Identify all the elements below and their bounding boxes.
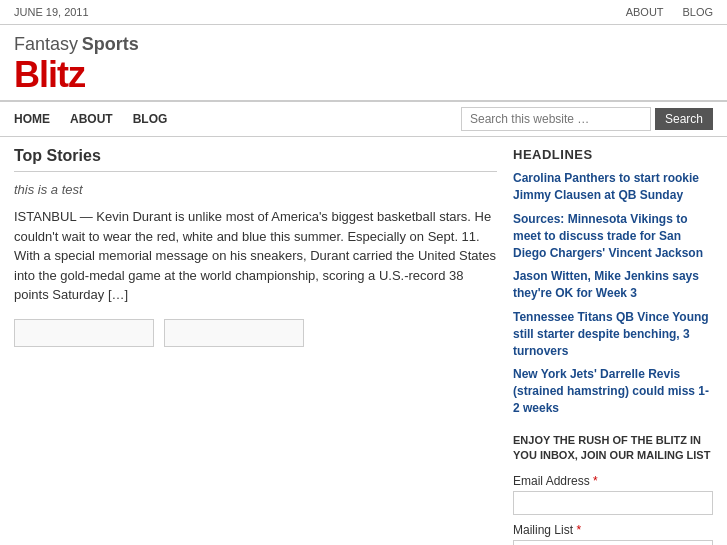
search-button[interactable]: Search (655, 108, 713, 130)
headline-link[interactable]: Carolina Panthers to start rookie Jimmy … (513, 170, 713, 204)
required-star-email: * (593, 474, 598, 488)
main-nav-links: HOME ABOUT BLOG (14, 104, 187, 134)
sidebar: HEADLINES Carolina Panthers to start roo… (513, 147, 713, 545)
headline-link[interactable]: New York Jets' Darrelle Revis (strained … (513, 366, 713, 416)
post-content: ISTANBUL — Kevin Durant is unlike most o… (14, 207, 497, 305)
mailing-list-promo: ENJOY THE RUSH OF THE BLITZ IN YOU INBOX… (513, 433, 713, 464)
top-bar: JUNE 19, 2011 ABOUT BLOG (0, 0, 727, 25)
top-nav-blog[interactable]: BLOG (682, 6, 713, 18)
top-nav: ABOUT BLOG (610, 6, 713, 18)
headline-link[interactable]: Jason Witten, Mike Jenkins says they're … (513, 268, 713, 302)
title-fantasy: Fantasy (14, 34, 78, 54)
post-test-label: this is a test (14, 182, 497, 197)
required-star-list: * (576, 523, 581, 537)
site-title: Fantasy Sports Blitz (14, 35, 713, 94)
post-nav-prev (14, 319, 154, 347)
date-display: JUNE 19, 2011 (14, 6, 89, 18)
nav-blog[interactable]: BLOG (133, 104, 178, 134)
search-form: Search (461, 102, 713, 136)
main-nav: HOME ABOUT BLOG Search (0, 100, 727, 137)
title-sports: Sports (82, 34, 139, 54)
mailing-list: ENJOY THE RUSH OF THE BLITZ IN YOU INBOX… (513, 433, 713, 545)
mailing-label: Mailing List * (513, 523, 713, 537)
email-field[interactable] (513, 491, 713, 515)
post-nav (14, 319, 497, 347)
title-blitz: Blitz (14, 54, 85, 95)
nav-about[interactable]: ABOUT (70, 104, 123, 134)
email-label: Email Address * (513, 474, 713, 488)
nav-home[interactable]: HOME (14, 104, 60, 134)
mailing-list-select[interactable]: - Select List - (513, 540, 713, 545)
headlines-list: Carolina Panthers to start rookie Jimmy … (513, 170, 713, 416)
headlines-title: HEADLINES (513, 147, 713, 162)
site-header: Fantasy Sports Blitz (0, 25, 727, 100)
post-nav-next (164, 319, 304, 347)
content-wrapper: Top Stories this is a test ISTANBUL — Ke… (0, 137, 727, 545)
top-nav-about[interactable]: ABOUT (626, 6, 664, 18)
headline-link[interactable]: Tennessee Titans QB Vince Young still st… (513, 309, 713, 359)
main-content: Top Stories this is a test ISTANBUL — Ke… (14, 147, 497, 545)
section-title: Top Stories (14, 147, 497, 172)
headline-link[interactable]: Sources: Minnesota Vikings to meet to di… (513, 211, 713, 261)
search-input[interactable] (461, 107, 651, 131)
